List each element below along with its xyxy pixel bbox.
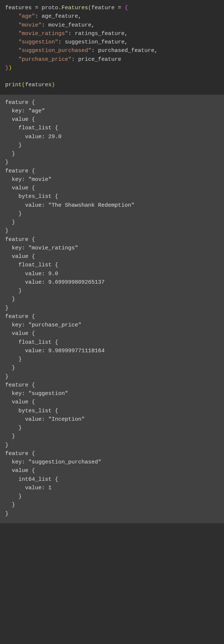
code-token-punc: , — [125, 31, 128, 37]
code-token-punc: : — [42, 22, 48, 28]
code-token-func: Features — [62, 5, 88, 11]
code-token-punc: , — [125, 39, 128, 45]
code-token-obj: proto — [42, 5, 58, 11]
code-token-punc: , — [91, 22, 95, 28]
code-editor[interactable]: features = proto.Features(feature = { "a… — [0, 0, 224, 95]
code-token-punc: : — [91, 48, 98, 54]
code-token-string: "movie_ratings" — [18, 31, 68, 37]
code-token-string: "movie" — [18, 22, 42, 28]
code-token-string: "age" — [18, 13, 35, 20]
code-indent — [5, 39, 18, 45]
code-token-punc: : — [68, 31, 75, 37]
code-token-var: suggestion_feature — [65, 39, 125, 45]
code-token-paren: ( — [88, 5, 91, 11]
code-indent — [5, 48, 18, 54]
code-token-func: print — [5, 82, 22, 88]
code-token-op: = — [118, 5, 125, 11]
code-token-var: features — [5, 5, 35, 11]
code-token-op: = — [35, 5, 42, 11]
code-token-string: "purchase_price" — [18, 56, 71, 63]
code-token-var: feature — [91, 5, 118, 11]
code-token-paren: ( — [22, 82, 25, 88]
code-token-string: "suggestion" — [18, 39, 58, 45]
code-token-punc: , — [78, 13, 81, 20]
code-token-punc: , — [154, 48, 158, 54]
code-indent — [5, 56, 18, 63]
code-token-brace: } — [5, 65, 8, 71]
code-token-brace: { — [125, 5, 128, 11]
code-token-var: ratings_feature — [75, 31, 125, 37]
code-token-paren: ) — [8, 65, 12, 71]
code-indent — [5, 22, 18, 28]
code-token-punc: : — [71, 56, 78, 63]
code-token-string: "suggestion_purchased" — [18, 48, 91, 54]
code-token-punc: : — [58, 39, 65, 45]
code-indent — [5, 31, 18, 37]
code-token-var: purchased_feature — [98, 48, 154, 54]
code-token-var: price_feature — [78, 56, 121, 63]
code-token-var: movie_feature — [48, 22, 91, 28]
code-token-var: features — [25, 82, 52, 88]
code-token-punc: . — [58, 5, 62, 11]
code-output: feature { key: "age" value { float_list … — [0, 95, 224, 523]
code-token-punc: : — [35, 13, 42, 20]
code-indent — [5, 13, 18, 20]
code-token-var: age_feature — [42, 13, 78, 20]
code-token-paren: ) — [52, 82, 55, 88]
